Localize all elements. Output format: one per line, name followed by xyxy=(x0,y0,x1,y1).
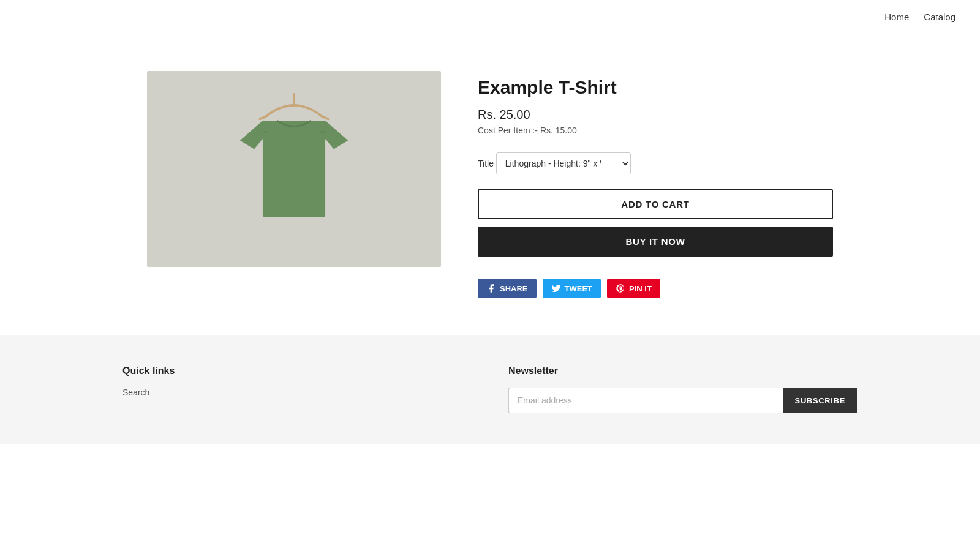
product-image xyxy=(147,71,441,267)
title-field-label: Title xyxy=(478,159,494,168)
site-footer: Quick links Search Newsletter SUBSCRIBE xyxy=(0,335,980,444)
quick-links-heading: Quick links xyxy=(123,365,472,377)
footer-quick-links: Quick links Search xyxy=(123,365,472,413)
product-price: Rs. 25.00 xyxy=(478,108,833,122)
facebook-share-button[interactable]: SHARE xyxy=(478,279,537,298)
subscribe-button[interactable]: SUBSCRIBE xyxy=(783,388,858,413)
twitter-share-button[interactable]: TWEET xyxy=(543,279,601,298)
newsletter-heading: Newsletter xyxy=(508,365,858,377)
title-field-group: Title Lithograph - Height: 9" x Width: xyxy=(478,152,833,189)
pinterest-icon xyxy=(616,283,625,293)
pinterest-share-button[interactable]: PIN IT xyxy=(607,279,660,298)
buy-it-now-button[interactable]: BUY IT NOW xyxy=(478,227,833,257)
product-title: Example T-Shirt xyxy=(478,77,833,98)
footer-newsletter: Newsletter SUBSCRIBE xyxy=(508,365,858,413)
title-select[interactable]: Lithograph - Height: 9" x Width: xyxy=(496,152,631,174)
tshirt-illustration xyxy=(227,89,361,249)
nav-catalog[interactable]: Catalog xyxy=(924,12,956,22)
social-share: SHARE TWEET PIN IT xyxy=(478,279,833,298)
product-page: Example T-Shirt Rs. 25.00 Cost Per Item … xyxy=(123,71,858,298)
facebook-icon xyxy=(486,283,496,293)
product-cost-per-item: Cost Per Item :- Rs. 15.00 xyxy=(478,126,833,135)
footer-inner: Quick links Search Newsletter SUBSCRIBE xyxy=(123,365,858,413)
main-nav: Home Catalog xyxy=(884,12,956,22)
svg-rect-3 xyxy=(263,121,325,217)
svg-line-2 xyxy=(322,117,328,119)
email-input[interactable] xyxy=(508,388,783,413)
twitter-icon xyxy=(551,283,561,293)
add-to-cart-button[interactable]: ADD TO CART xyxy=(478,189,833,219)
footer-search-link[interactable]: Search xyxy=(123,388,472,397)
product-image-container xyxy=(147,71,441,267)
svg-line-1 xyxy=(260,117,265,119)
site-header: Home Catalog xyxy=(0,0,980,34)
twitter-tweet-label: TWEET xyxy=(565,284,593,293)
facebook-share-label: SHARE xyxy=(500,284,528,293)
product-details: Example T-Shirt Rs. 25.00 Cost Per Item … xyxy=(478,71,833,298)
newsletter-form: SUBSCRIBE xyxy=(508,388,858,413)
pinterest-pin-label: PIN IT xyxy=(629,284,652,293)
nav-home[interactable]: Home xyxy=(884,12,909,22)
